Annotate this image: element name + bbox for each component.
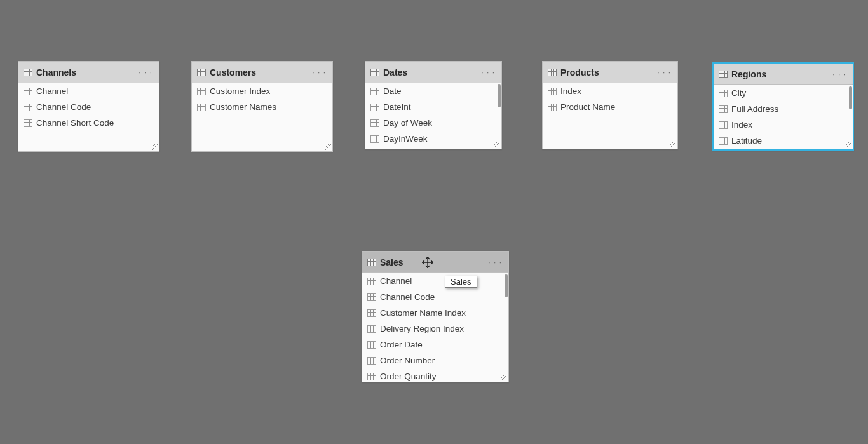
resize-grip-icon[interactable] — [494, 142, 501, 148]
more-options-icon[interactable]: · · · — [656, 68, 672, 77]
column-icon — [197, 104, 206, 111]
table-header-channels[interactable]: Channels· · · — [18, 62, 159, 83]
field-row[interactable]: Customer Name Index — [362, 305, 508, 321]
field-row[interactable]: Index — [714, 117, 853, 133]
field-row[interactable]: Date — [365, 83, 501, 99]
field-label: Channel — [36, 86, 68, 96]
field-label: Order Quantity — [380, 372, 437, 381]
field-list[interactable]: DateDateIntDay of WeekDayInWeek — [365, 83, 501, 150]
column-icon — [719, 121, 728, 129]
field-row[interactable]: Day of Week — [365, 115, 501, 131]
column-icon — [367, 278, 376, 285]
field-label: City — [731, 88, 746, 98]
column-icon — [719, 105, 728, 113]
field-label: DayInWeek — [383, 134, 428, 144]
field-label: Index — [560, 86, 581, 96]
tooltip-label: Sales — [451, 277, 471, 286]
more-options-icon[interactable]: · · · — [487, 258, 503, 267]
table-header-customers[interactable]: Customers· · · — [192, 62, 332, 83]
field-label: Product Name — [560, 102, 615, 112]
resize-grip-icon[interactable] — [152, 144, 158, 151]
more-options-icon[interactable]: · · · — [480, 68, 496, 77]
field-list[interactable]: ChannelChannel CodeChannel Short Code — [18, 83, 159, 152]
column-icon — [719, 90, 728, 97]
table-card-regions[interactable]: Regions· · ·CityFull AddressIndexLatitud… — [712, 62, 854, 151]
table-header-regions[interactable]: Regions· · · — [714, 64, 853, 85]
table-icon — [197, 69, 206, 76]
table-title: Regions — [731, 69, 831, 79]
field-label: Delivery Region Index — [380, 324, 464, 333]
column-icon — [370, 135, 379, 143]
field-row[interactable]: Index — [543, 83, 677, 99]
field-list[interactable]: CityFull AddressIndexLatitude — [714, 85, 853, 152]
field-label: Latitude — [731, 136, 762, 145]
field-row[interactable]: Channel Short Code — [18, 115, 159, 131]
field-label: Channel — [380, 276, 412, 286]
field-label: Channel Code — [36, 102, 91, 112]
field-row[interactable]: Customer Index — [192, 83, 332, 99]
table-title: Products — [560, 67, 656, 77]
more-options-icon[interactable]: · · · — [137, 68, 154, 77]
column-icon — [548, 88, 557, 95]
scrollbar-thumb[interactable] — [498, 84, 501, 107]
column-icon — [367, 309, 376, 317]
resize-grip-icon[interactable] — [501, 375, 508, 381]
field-list[interactable]: ChannelChannel CodeCustomer Name IndexDe… — [362, 273, 508, 383]
table-title: Sales — [380, 257, 487, 267]
field-row[interactable]: Product Name — [543, 99, 677, 115]
field-list[interactable]: Customer IndexCustomer Names — [192, 83, 332, 152]
field-row[interactable]: Channel — [362, 273, 508, 289]
column-icon — [370, 104, 379, 111]
column-icon — [548, 104, 557, 111]
column-icon — [24, 88, 32, 95]
table-title: Channels — [36, 67, 137, 77]
field-label: Day of Week — [383, 118, 432, 128]
field-row[interactable]: Full Address — [714, 101, 853, 117]
field-row[interactable]: DayInWeek — [365, 131, 501, 147]
table-header-sales[interactable]: Sales· · · — [362, 252, 508, 273]
field-list[interactable]: IndexProduct Name — [543, 83, 677, 150]
table-card-customers[interactable]: Customers· · ·Customer IndexCustomer Nam… — [191, 61, 333, 152]
table-title: Dates — [383, 67, 480, 77]
column-icon — [367, 357, 376, 365]
resize-grip-icon[interactable] — [846, 142, 852, 149]
field-row[interactable]: Customer Names — [192, 99, 332, 115]
field-label: Customer Name Index — [380, 308, 466, 318]
field-label: Order Number — [380, 356, 435, 365]
field-row[interactable]: Channel Code — [18, 99, 159, 115]
field-row[interactable]: City — [714, 85, 853, 101]
resize-grip-icon[interactable] — [670, 142, 677, 148]
table-header-dates[interactable]: Dates· · · — [365, 62, 501, 83]
table-icon — [370, 69, 379, 76]
field-row[interactable]: Latitude — [714, 133, 853, 149]
table-card-dates[interactable]: Dates· · ·DateDateIntDay of WeekDayInWee… — [365, 61, 502, 149]
table-icon — [24, 69, 32, 76]
table-card-products[interactable]: Products· · ·IndexProduct Name — [542, 61, 678, 149]
field-label: DateInt — [383, 102, 411, 112]
field-label: Order Date — [380, 340, 423, 349]
field-row[interactable]: Delivery Region Index — [362, 321, 508, 337]
table-header-products[interactable]: Products· · · — [543, 62, 677, 83]
table-title: Customers — [210, 67, 311, 77]
field-row[interactable]: Order Number — [362, 353, 508, 368]
more-options-icon[interactable]: · · · — [311, 68, 327, 77]
table-icon — [548, 69, 557, 76]
field-label: Full Address — [731, 104, 778, 114]
table-card-sales[interactable]: Sales· · ·ChannelChannel CodeCustomer Na… — [362, 251, 509, 382]
field-row[interactable]: Channel Code — [362, 289, 508, 305]
field-label: Customer Names — [210, 102, 276, 112]
column-icon — [24, 119, 32, 127]
scrollbar-thumb[interactable] — [849, 86, 852, 109]
field-row[interactable]: Order Date — [362, 337, 508, 353]
field-row[interactable]: Channel — [18, 83, 159, 99]
column-icon — [367, 373, 376, 380]
more-options-icon[interactable]: · · · — [831, 70, 848, 79]
drag-tooltip: Sales — [445, 276, 477, 288]
field-row[interactable]: Order Quantity — [362, 368, 508, 383]
table-card-channels[interactable]: Channels· · ·ChannelChannel CodeChannel … — [18, 61, 159, 152]
field-row[interactable]: DateInt — [365, 99, 501, 115]
column-icon — [367, 325, 376, 333]
resize-grip-icon[interactable] — [325, 144, 332, 151]
scrollbar-thumb[interactable] — [505, 274, 508, 297]
column-icon — [370, 119, 379, 127]
